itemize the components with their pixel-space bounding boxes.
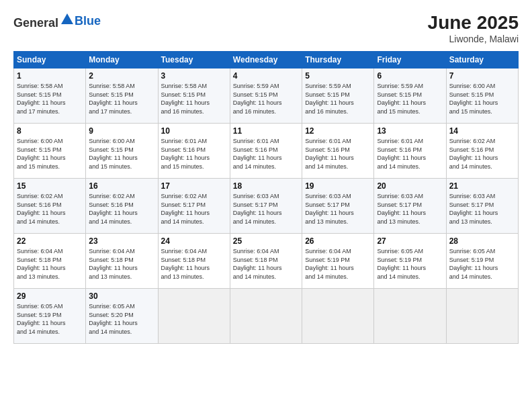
table-row: 13Sunrise: 6:01 AMSunset: 5:16 PMDayligh… [374,124,446,179]
day-number: 16 [89,181,154,191]
table-row: 2Sunrise: 5:58 AMSunset: 5:15 PMDaylight… [86,68,158,124]
day-number: 24 [161,236,227,246]
table-row [302,289,374,344]
day-number: 29 [17,291,83,301]
day-info: Sunrise: 5:58 AMSunset: 5:15 PMDaylight:… [161,82,227,116]
table-row: 10Sunrise: 6:01 AMSunset: 5:16 PMDayligh… [158,124,230,179]
day-number: 20 [377,181,443,191]
day-number: 18 [233,181,299,191]
table-row [158,289,230,344]
table-row: 20Sunrise: 6:03 AMSunset: 5:17 PMDayligh… [374,179,446,234]
table-row: 30Sunrise: 6:05 AMSunset: 5:20 PMDayligh… [86,289,158,344]
day-info: Sunrise: 6:04 AMSunset: 5:18 PMDaylight:… [233,247,299,281]
logo-icon [60,12,75,27]
table-row: 16Sunrise: 6:02 AMSunset: 5:16 PMDayligh… [86,179,158,234]
location: Liwonde, Malawi [428,34,519,44]
col-tuesday: Tuesday [158,52,230,68]
day-number: 8 [17,126,83,136]
calendar-week-row: 1Sunrise: 5:58 AMSunset: 5:15 PMDaylight… [14,68,519,124]
day-number: 1 [17,71,83,81]
day-info: Sunrise: 6:04 AMSunset: 5:19 PMDaylight:… [305,247,371,281]
table-row: 27Sunrise: 6:05 AMSunset: 5:19 PMDayligh… [374,234,446,289]
day-info: Sunrise: 6:03 AMSunset: 5:17 PMDaylight:… [377,192,443,226]
table-row [374,289,446,344]
day-info: Sunrise: 6:00 AMSunset: 5:15 PMDaylight:… [449,82,515,116]
day-info: Sunrise: 6:03 AMSunset: 5:17 PMDaylight:… [449,192,515,226]
table-row: 25Sunrise: 6:04 AMSunset: 5:18 PMDayligh… [230,234,302,289]
col-monday: Monday [86,52,158,68]
day-number: 12 [305,126,371,136]
table-row: 23Sunrise: 6:04 AMSunset: 5:18 PMDayligh… [86,234,158,289]
day-info: Sunrise: 6:02 AMSunset: 5:16 PMDaylight:… [17,192,83,226]
table-row: 11Sunrise: 6:01 AMSunset: 5:16 PMDayligh… [230,124,302,179]
svg-marker-0 [61,13,73,24]
table-row: 18Sunrise: 6:03 AMSunset: 5:17 PMDayligh… [230,179,302,234]
day-number: 22 [17,236,83,246]
day-info: Sunrise: 6:04 AMSunset: 5:18 PMDaylight:… [161,247,227,281]
col-thursday: Thursday [302,52,374,68]
day-number: 21 [449,181,515,191]
table-row: 26Sunrise: 6:04 AMSunset: 5:19 PMDayligh… [302,234,374,289]
day-number: 10 [161,126,227,136]
day-info: Sunrise: 6:02 AMSunset: 5:16 PMDaylight:… [449,137,515,171]
day-info: Sunrise: 6:05 AMSunset: 5:19 PMDaylight:… [377,247,443,281]
header-row: Sunday Monday Tuesday Wednesday Thursday… [14,52,519,68]
table-row: 1Sunrise: 5:58 AMSunset: 5:15 PMDaylight… [14,68,86,124]
table-row: 12Sunrise: 6:01 AMSunset: 5:16 PMDayligh… [302,124,374,179]
table-row: 3Sunrise: 5:58 AMSunset: 5:15 PMDaylight… [158,68,230,124]
calendar-week-row: 8Sunrise: 6:00 AMSunset: 5:15 PMDaylight… [14,124,519,179]
day-info: Sunrise: 5:58 AMSunset: 5:15 PMDaylight:… [17,82,83,116]
day-info: Sunrise: 6:05 AMSunset: 5:19 PMDaylight:… [17,302,83,336]
table-row: 6Sunrise: 5:59 AMSunset: 5:15 PMDaylight… [374,68,446,124]
calendar-week-row: 22Sunrise: 6:04 AMSunset: 5:18 PMDayligh… [14,234,519,289]
table-row: 19Sunrise: 6:03 AMSunset: 5:17 PMDayligh… [302,179,374,234]
day-number: 3 [161,71,227,81]
day-info: Sunrise: 6:04 AMSunset: 5:18 PMDaylight:… [17,247,83,281]
day-info: Sunrise: 6:01 AMSunset: 5:16 PMDaylight:… [161,137,227,171]
table-row: 28Sunrise: 6:05 AMSunset: 5:19 PMDayligh… [446,234,518,289]
day-number: 28 [449,236,515,246]
day-number: 15 [17,181,83,191]
title-block: June 2025 Liwonde, Malawi [428,12,519,44]
day-number: 6 [377,71,443,81]
table-row [230,289,302,344]
table-row: 22Sunrise: 6:04 AMSunset: 5:18 PMDayligh… [14,234,86,289]
day-info: Sunrise: 5:58 AMSunset: 5:15 PMDaylight:… [89,82,154,116]
table-row: 14Sunrise: 6:02 AMSunset: 5:16 PMDayligh… [446,124,518,179]
col-saturday: Saturday [446,52,518,68]
day-number: 25 [233,236,299,246]
table-row: 29Sunrise: 6:05 AMSunset: 5:19 PMDayligh… [14,289,86,344]
day-info: Sunrise: 6:00 AMSunset: 5:15 PMDaylight:… [17,137,83,171]
day-number: 17 [161,181,227,191]
day-number: 27 [377,236,443,246]
col-friday: Friday [374,52,446,68]
day-info: Sunrise: 5:59 AMSunset: 5:15 PMDaylight:… [305,82,371,116]
day-info: Sunrise: 6:01 AMSunset: 5:16 PMDaylight:… [305,137,371,171]
day-info: Sunrise: 5:59 AMSunset: 5:15 PMDaylight:… [233,82,299,116]
calendar: Sunday Monday Tuesday Wednesday Thursday… [13,51,519,344]
calendar-week-row: 15Sunrise: 6:02 AMSunset: 5:16 PMDayligh… [14,179,519,234]
day-info: Sunrise: 6:00 AMSunset: 5:15 PMDaylight:… [89,137,154,171]
table-row: 5Sunrise: 5:59 AMSunset: 5:15 PMDaylight… [302,68,374,124]
logo: General Blue [13,12,101,30]
table-row: 21Sunrise: 6:03 AMSunset: 5:17 PMDayligh… [446,179,518,234]
calendar-header: Sunday Monday Tuesday Wednesday Thursday… [14,52,519,68]
table-row: 9Sunrise: 6:00 AMSunset: 5:15 PMDaylight… [86,124,158,179]
table-row: 4Sunrise: 5:59 AMSunset: 5:15 PMDaylight… [230,68,302,124]
col-sunday: Sunday [14,52,86,68]
header: General Blue June 2025 Liwonde, Malawi [13,12,519,44]
calendar-week-row: 29Sunrise: 6:05 AMSunset: 5:19 PMDayligh… [14,289,519,344]
day-info: Sunrise: 6:01 AMSunset: 5:16 PMDaylight:… [233,137,299,171]
calendar-body: 1Sunrise: 5:58 AMSunset: 5:15 PMDaylight… [14,68,519,344]
day-number: 2 [89,71,154,81]
day-number: 13 [377,126,443,136]
table-row: 17Sunrise: 6:02 AMSunset: 5:17 PMDayligh… [158,179,230,234]
logo-blue: Blue [75,14,101,28]
table-row [446,289,518,344]
day-info: Sunrise: 6:05 AMSunset: 5:20 PMDaylight:… [89,302,154,336]
table-row: 15Sunrise: 6:02 AMSunset: 5:16 PMDayligh… [14,179,86,234]
logo-general: General [13,16,58,30]
day-number: 23 [89,236,154,246]
table-row: 7Sunrise: 6:00 AMSunset: 5:15 PMDaylight… [446,68,518,124]
day-number: 4 [233,71,299,81]
